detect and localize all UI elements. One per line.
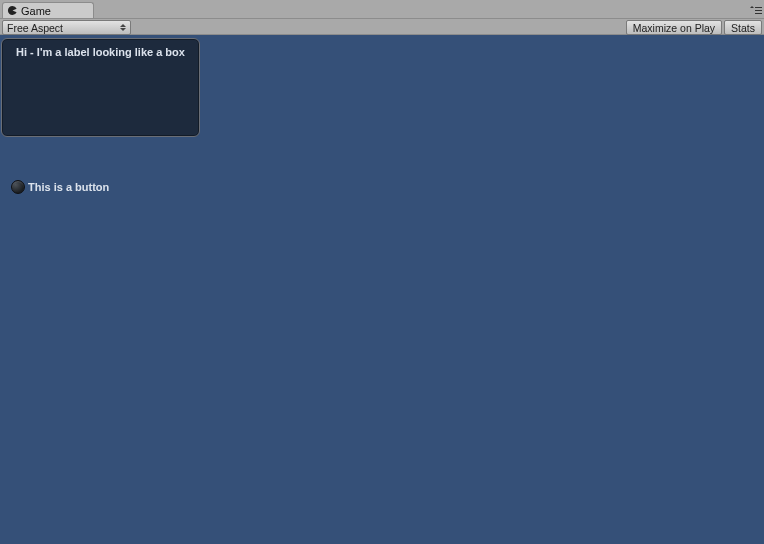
svg-rect-1 xyxy=(755,10,762,11)
game-view[interactable]: Hi - I'm a label looking like a box This… xyxy=(0,35,764,544)
gui-box-label: Hi - I'm a label looking like a box xyxy=(1,38,200,137)
svg-rect-0 xyxy=(755,7,762,8)
svg-rect-2 xyxy=(755,13,762,14)
chevron-updown-icon xyxy=(120,24,126,31)
gui-box-text: Hi - I'm a label looking like a box xyxy=(16,46,185,58)
stats-label: Stats xyxy=(731,22,755,34)
gui-toggle[interactable]: This is a button xyxy=(11,180,109,194)
tab-title: Game xyxy=(21,5,51,17)
game-toolbar: Free Aspect Maximize on Play Stats xyxy=(0,18,764,35)
tab-game[interactable]: Game xyxy=(2,2,94,18)
window-menu-icon[interactable] xyxy=(750,4,762,18)
toggle-icon xyxy=(11,180,25,194)
aspect-dropdown[interactable]: Free Aspect xyxy=(2,20,131,35)
tab-bar: Game xyxy=(0,0,764,18)
maximize-on-play-label: Maximize on Play xyxy=(633,22,715,34)
pacman-icon xyxy=(7,5,18,16)
maximize-on-play-button[interactable]: Maximize on Play xyxy=(626,20,722,35)
aspect-dropdown-value: Free Aspect xyxy=(7,22,63,34)
toolbar-spacer xyxy=(131,19,624,34)
gui-toggle-label: This is a button xyxy=(28,181,109,193)
stats-button[interactable]: Stats xyxy=(724,20,762,35)
